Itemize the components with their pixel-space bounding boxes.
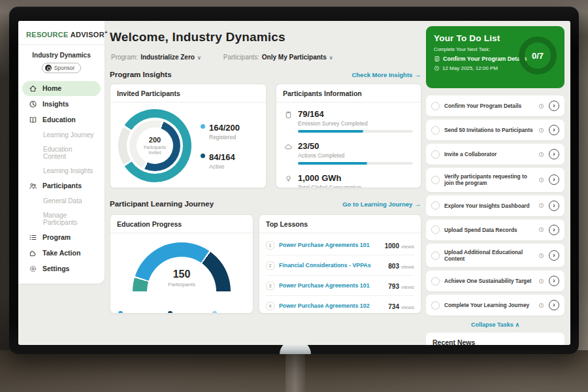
gauge-legend: 60% Completed 30% Pending 10% Not Starte… xyxy=(110,305,253,314)
sidebar-item-insights[interactable]: Insights xyxy=(22,97,101,112)
sidebar-item-manage-participants[interactable]: Manage Participants xyxy=(22,208,101,229)
go-to-learning-journey-link[interactable]: Go to Learning Journey → xyxy=(342,200,421,208)
views-count: 1000 xyxy=(385,242,399,250)
task-list: Confirm Your Program Details › Send 50 I… xyxy=(426,95,564,316)
progress-fill xyxy=(298,130,363,133)
task-checkbox[interactable] xyxy=(431,201,440,210)
task-checkbox[interactable] xyxy=(431,225,440,234)
task-explore-insights[interactable]: Explore Your Insights Dashboard › xyxy=(426,195,564,216)
logo-text-primary: RESOURCE xyxy=(26,31,69,39)
task-invite-collaborator[interactable]: Invite a Collaborator › xyxy=(426,144,564,165)
sidebar-item-label: Settings xyxy=(42,265,69,272)
sidebar-item-label: Participants xyxy=(42,182,82,189)
task-label: Upload Additional Educational Content xyxy=(444,249,534,263)
rank-badge: 3 xyxy=(266,282,274,290)
task-checkbox[interactable] xyxy=(431,126,440,135)
sidebar-item-label: Home xyxy=(42,84,61,92)
sidebar-item-home[interactable]: Home xyxy=(22,81,101,96)
sidebar-item-take-action[interactable]: Take Action xyxy=(22,246,101,261)
check-more-insights-link[interactable]: Check More Insights → xyxy=(351,71,421,78)
lesson-row[interactable]: 2 Financial Considerations - VPPAs 803vi… xyxy=(266,255,414,276)
task-checkbox[interactable] xyxy=(431,102,440,110)
task-complete-learning-journey[interactable]: Complete Your Learning Journey › xyxy=(426,295,564,316)
task-upload-spend-data[interactable]: Upload Spend Data Records › xyxy=(426,220,564,240)
chevron-right-button[interactable]: › xyxy=(549,174,559,185)
chevron-right-button[interactable]: › xyxy=(549,149,559,159)
lesson-link[interactable]: Power Purchase Agreements 101 xyxy=(279,282,384,289)
views-suffix: views xyxy=(401,304,414,310)
pending-value: 30% xyxy=(176,312,189,314)
program-select[interactable]: Program:Industrialize Zero∨ xyxy=(111,54,201,61)
registered-label: Registered xyxy=(209,134,240,140)
sidebar-item-education-content[interactable]: Education Content xyxy=(22,142,101,163)
program-value: Industrialize Zero xyxy=(140,54,195,61)
task-confirm-program-details[interactable]: Confirm Your Program Details › xyxy=(426,95,564,116)
task-checkbox[interactable] xyxy=(431,277,440,286)
lesson-row[interactable]: 4 Power Purchase Agreements 102 734views xyxy=(266,296,414,314)
views-suffix: views xyxy=(401,244,414,250)
page-title: Welcome, Industry Dynamics xyxy=(110,30,286,44)
chevron-right-button[interactable]: › xyxy=(549,300,559,310)
sidebar-item-learning-journey[interactable]: Learning Journey xyxy=(22,128,101,142)
invited-card-body: 200 Participants Invited 164/200 Registe… xyxy=(110,103,266,188)
sidebar-item-general-data[interactable]: General Data xyxy=(22,194,101,208)
actions-completed-value: 23/50 xyxy=(298,141,319,151)
task-verify-participants[interactable]: Verify participants requesting to join t… xyxy=(426,168,564,192)
progress-fill xyxy=(298,162,367,165)
task-label: Confirm Your Program Details xyxy=(444,103,534,109)
task-checkbox[interactable] xyxy=(431,301,440,310)
chevron-right-button[interactable]: › xyxy=(549,225,559,235)
chevron-down-icon: ∨ xyxy=(329,55,333,61)
task-checkbox[interactable] xyxy=(431,176,440,184)
task-label: Send 50 Invitations to Participants xyxy=(444,127,534,133)
lesson-link[interactable]: Power Purchase Agreements 101 xyxy=(279,242,380,248)
chevron-down-icon: ∨ xyxy=(197,55,201,61)
sidebar-item-learning-insights[interactable]: Learning Insights xyxy=(22,164,101,178)
lesson-link[interactable]: Financial Considerations - VPPAs xyxy=(279,262,384,269)
participants-count: 150 xyxy=(110,269,253,280)
todo-due-label: 12 May 2025, 12:00 PM xyxy=(442,65,498,71)
actions-completed-label: Actions Completed xyxy=(298,152,413,159)
todo-next-task-label: Confirm Your Program Details xyxy=(443,56,527,62)
task-checkbox[interactable] xyxy=(431,150,440,159)
lesson-row[interactable]: 3 Power Purchase Agreements 101 793views xyxy=(266,276,414,296)
chevron-right-button[interactable]: › xyxy=(549,101,559,111)
clock-icon xyxy=(538,127,544,133)
chevron-right-button[interactable]: › xyxy=(549,276,559,286)
logo-text-secondary: ADVISOR xyxy=(71,31,105,39)
consumption-label: Total Global Consumption xyxy=(298,184,413,188)
invited-count-label: Participants Invited xyxy=(140,145,169,155)
sidebar-item-education[interactable]: Education xyxy=(22,112,101,127)
card-title: Participants Information xyxy=(276,84,421,103)
task-checkbox[interactable] xyxy=(431,252,440,260)
dashboard-screen: RESOURCE ADVISOR+ Industry Dynamics Spon… xyxy=(18,21,570,345)
clipboard-icon xyxy=(284,110,293,133)
recent-news-card: Recent News xyxy=(426,333,564,345)
sidebar-item-program[interactable]: Program xyxy=(22,230,101,245)
lesson-row[interactable]: 1 Power Purchase Agreements 101 1000view… xyxy=(266,235,414,255)
collapse-tasks-link[interactable]: Collapse Tasks ∧ xyxy=(426,321,564,328)
bulb-icon xyxy=(284,174,293,188)
card-title: Top Lessons xyxy=(259,215,421,233)
chevron-right-button[interactable]: › xyxy=(549,201,559,211)
chevron-right-button[interactable]: › xyxy=(549,125,559,135)
task-achieve-sustainability-target[interactable]: Achieve One Sustainability Target › xyxy=(426,270,564,291)
sponsor-icon xyxy=(45,65,52,71)
chevron-right-button[interactable]: › xyxy=(549,250,559,261)
legend-dot xyxy=(201,124,205,129)
sidebar-item-participants[interactable]: Participants xyxy=(22,178,101,193)
sidebar-item-settings[interactable]: Settings xyxy=(22,261,101,276)
participants-select[interactable]: Participants:Only My Participants∨ xyxy=(223,54,333,61)
completed-value: 60% xyxy=(126,312,139,314)
todo-panel: Your To Do List Complete Your Next Task:… xyxy=(426,26,564,345)
task-label: Invite a Collaborator xyxy=(444,151,534,157)
task-upload-educational-content[interactable]: Upload Additional Educational Content › xyxy=(426,244,564,268)
clock-icon xyxy=(538,203,544,208)
legend-dot xyxy=(201,154,205,158)
task-send-invitations[interactable]: Send 50 Invitations to Participants › xyxy=(426,120,564,140)
views-count: 803 xyxy=(388,263,399,270)
legend-dot xyxy=(168,311,172,314)
lesson-link[interactable]: Power Purchase Agreements 102 xyxy=(279,302,384,309)
clock-icon xyxy=(538,227,544,233)
sidebar-item-label: Education xyxy=(42,116,76,123)
